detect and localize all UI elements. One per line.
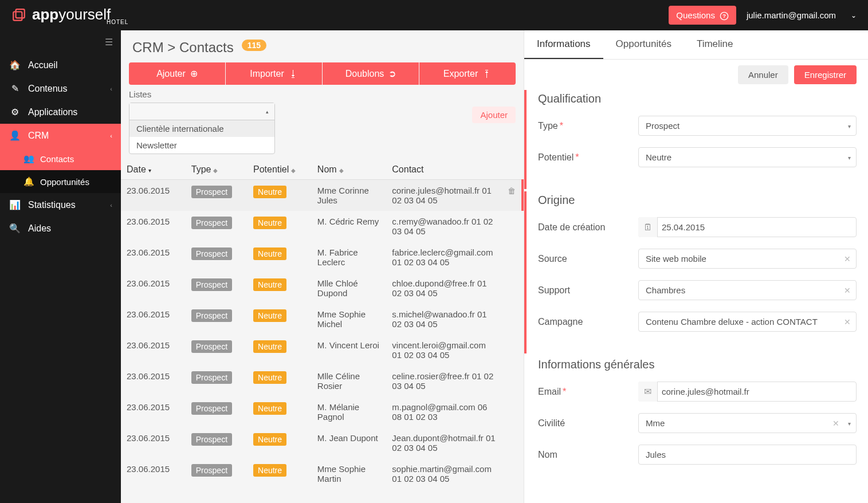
cell-nom: M. Jean Dupont <box>312 427 386 458</box>
cell-type: Prospect <box>186 211 248 242</box>
table-row[interactable]: 23.06.2015ProspectNeutreMme Sophie Marti… <box>121 458 523 489</box>
download-icon: ⭳ <box>289 69 298 79</box>
date-creation-input[interactable] <box>638 217 857 237</box>
cell-contact: fabrice.leclerc@gmail.com 01 02 03 04 05 <box>386 242 502 273</box>
list-panel: CRM > Contacts 115 Ajouter⊕ Importer⭳ Do… <box>121 30 524 503</box>
tab-opportunites[interactable]: Opportunités <box>603 30 684 59</box>
potentiel-badge: Neutre <box>253 433 286 446</box>
sidebar-item-label: Aides <box>28 223 51 234</box>
sidebar-toggle-icon[interactable]: ☰ <box>105 37 113 48</box>
clear-icon[interactable]: ✕ <box>844 317 851 327</box>
sidebar-subitem-opportunites[interactable]: 🔔 Opportunités <box>0 170 121 193</box>
chart-icon: 📊 <box>9 199 21 210</box>
cell-nom: M. Vincent Leroi <box>312 335 386 366</box>
clear-icon[interactable]: ✕ <box>844 254 851 264</box>
plus-circle-icon: ⊕ <box>190 68 198 79</box>
svg-text:?: ? <box>722 13 726 19</box>
cell-potentiel: Neutre <box>248 427 312 458</box>
potentiel-badge: Neutre <box>253 247 286 260</box>
table-row[interactable]: 23.06.2015ProspectNeutreM. Jean DupontJe… <box>121 427 523 458</box>
arrow-right-circle-icon: ➲ <box>388 68 396 79</box>
dropdown-trigger[interactable]: ▴ <box>129 103 274 120</box>
importer-button[interactable]: Importer⭳ <box>226 62 322 85</box>
table-row[interactable]: 23.06.2015ProspectNeutreM. Fabrice Lecle… <box>121 242 523 273</box>
sidebar-item-crm[interactable]: 👤 CRM ‹ <box>0 124 121 147</box>
filter-ajouter-button[interactable]: Ajouter <box>472 107 516 123</box>
potentiel-badge: Neutre <box>253 309 286 322</box>
ajouter-button[interactable]: Ajouter⊕ <box>129 62 225 85</box>
potentiel-label: Potentiel* <box>538 152 638 163</box>
cell-contact: Jean.dupont@hotmail.fr 01 02 03 04 05 <box>386 427 502 458</box>
col-type[interactable]: Type◆ <box>186 160 248 180</box>
tab-informations[interactable]: Informations <box>524 30 603 59</box>
caret-up-icon: ▴ <box>266 109 269 115</box>
table-row[interactable]: 23.06.2015ProspectNeutreMme Corinne Jule… <box>121 180 523 211</box>
doublons-button[interactable]: Doublons➲ <box>323 62 419 85</box>
cell-nom: Mme Sophie Michel <box>312 304 386 335</box>
table-row[interactable]: 23.06.2015ProspectNeutreM. Vincent Leroi… <box>121 335 523 366</box>
cell-potentiel: Neutre <box>248 273 312 304</box>
potentiel-select[interactable]: Neutre <box>638 147 857 167</box>
cancel-button[interactable]: Annuler <box>738 65 788 84</box>
type-label: Type* <box>538 121 638 131</box>
questions-label: Questions <box>676 10 715 20</box>
tab-timeline[interactable]: Timeline <box>684 30 746 59</box>
potentiel-badge: Neutre <box>253 402 286 415</box>
sort-icon: ◆ <box>213 167 218 174</box>
sidebar-item-aides[interactable]: 🔍 Aides <box>0 217 121 240</box>
listes-dropdown[interactable]: ▴ Clientèle internationale Newsletter <box>129 103 275 154</box>
section-origine-title: Origine <box>538 191 857 207</box>
potentiel-badge: Neutre <box>253 371 286 384</box>
save-button[interactable]: Enregistrer <box>794 65 857 84</box>
col-nom[interactable]: Nom◆ <box>312 160 386 180</box>
user-email[interactable]: julie.martin@gmail.com <box>747 10 836 20</box>
sidebar-item-applications[interactable]: ⚙ Applications <box>0 100 121 124</box>
cell-type: Prospect <box>186 396 248 427</box>
chevron-left-icon: ‹ <box>110 202 112 209</box>
exporter-button[interactable]: Exporter⭱ <box>419 62 516 85</box>
dropdown-option[interactable]: Clientèle internationale <box>129 120 274 137</box>
source-input[interactable] <box>638 249 857 269</box>
dropdown-option[interactable]: Newsletter <box>129 137 274 154</box>
table-row[interactable]: 23.06.2015ProspectNeutreMlle Chloé Dupon… <box>121 273 523 304</box>
sidebar-item-label: Accueil <box>28 60 58 70</box>
sidebar-item-accueil[interactable]: 🏠 Accueil <box>0 53 121 77</box>
col-potentiel[interactable]: Potentiel◆ <box>248 160 312 180</box>
section-qualification-title: Qualification <box>538 90 857 105</box>
campagne-input[interactable] <box>638 312 857 332</box>
col-contact: Contact <box>386 160 502 180</box>
type-select[interactable]: Prospect <box>638 116 857 136</box>
potentiel-badge: Neutre <box>253 464 286 477</box>
sidebar-subitem-contacts[interactable]: 👥 Contacts <box>0 147 121 170</box>
civilite-select[interactable]: Mme <box>638 413 857 433</box>
cell-nom: Mme Sophie Martin <box>312 458 386 489</box>
clear-icon[interactable]: ✕ <box>844 286 851 295</box>
civilite-label: Civilité <box>538 418 638 429</box>
caret-down-icon[interactable]: ▾ <box>848 154 851 160</box>
questions-button[interactable]: Questions ? <box>669 6 736 24</box>
search-icon: 🔍 <box>9 223 21 234</box>
user-menu-chevron-icon[interactable]: ⌄ <box>851 11 857 19</box>
support-input[interactable] <box>638 280 857 300</box>
cell-date: 23.06.2015 <box>121 273 186 304</box>
date-creation-label: Date de création <box>538 222 638 233</box>
nom-input[interactable] <box>638 445 857 465</box>
brand-logo[interactable]: appyourself HOTEL <box>11 6 128 25</box>
cell-date: 23.06.2015 <box>121 396 186 427</box>
caret-down-icon[interactable]: ▾ <box>848 420 851 426</box>
email-input[interactable] <box>638 382 857 402</box>
sidebar-item-contenus[interactable]: ✎ Contenus ‹ <box>0 77 121 100</box>
clear-icon[interactable]: ✕ <box>832 419 839 428</box>
sidebar-item-statistiques[interactable]: 📊 Statistiques ‹ <box>0 193 121 217</box>
cell-contact: m.pagnol@gmail.com 06 08 01 02 03 <box>386 396 502 427</box>
table-row[interactable]: 23.06.2015ProspectNeutreMlle Céline Rosi… <box>121 366 523 396</box>
chevron-left-icon: ‹ <box>110 132 112 139</box>
caret-down-icon[interactable]: ▾ <box>848 123 851 129</box>
trash-icon[interactable]: 🗑 <box>508 186 516 195</box>
table-row[interactable]: 23.06.2015ProspectNeutreM. Cédric Remyc.… <box>121 211 523 242</box>
col-date[interactable]: Date▾ <box>121 160 186 180</box>
brand-subtitle: HOTEL <box>107 19 128 25</box>
table-row[interactable]: 23.06.2015ProspectNeutreM. Mélanie Pagno… <box>121 396 523 427</box>
table-row[interactable]: 23.06.2015ProspectNeutreMme Sophie Miche… <box>121 304 523 335</box>
type-badge: Prospect <box>191 464 232 477</box>
